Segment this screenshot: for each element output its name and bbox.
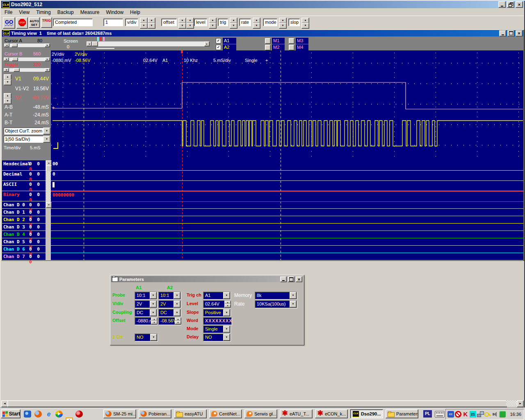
stop-button[interactable]: STOP [16,17,28,29]
task-button-pobieran[interactable]: Pobieran... [139,409,171,418]
rate-spinner[interactable]: ▲▼ [253,18,260,28]
param-offset-a2-field[interactable]: -08.56V▲▼ [158,317,181,325]
network-icon[interactable] [477,411,484,418]
menu-help[interactable]: Help [127,9,144,16]
rate-select[interactable]: 10KSa(100us)▼ [255,300,297,308]
spin-up-icon[interactable]: ▲ [4,74,11,80]
spin-up-icon[interactable]: ▲ [140,18,148,23]
cursor-b-slider[interactable]: ◄► [3,57,50,62]
red-badge-icon[interactable] [75,411,83,418]
spin-down-icon[interactable]: ▼ [253,23,260,29]
temperature-icon[interactable]: 21 [470,411,476,418]
parameters-minimize-button[interactable] [280,276,287,282]
param-level-field[interactable]: 02.64V▲▼ [203,300,231,308]
ccb-icon[interactable]: CC [447,411,454,418]
mode-spinner[interactable]: ▲▼ [279,18,286,28]
spin-up-icon[interactable]: ▲ [186,18,194,23]
speaker-icon[interactable] [492,411,498,418]
param-v/div-a1-select[interactable]: 2V▼ [135,300,157,308]
timing-close-button[interactable]: × [516,30,523,37]
v/div-spinner[interactable]: ▲▼ [140,18,147,28]
offset-spinner[interactable]: ▲▼ [151,317,157,324]
param-offset-a1-field[interactable]: -0880.m▲▼ [135,317,157,325]
timing-minimize-button[interactable] [499,30,506,37]
app-blue-icon[interactable] [24,411,31,418]
param-slope-select[interactable]: Positive▼ [203,309,231,317]
spin-up-icon[interactable]: ▲ [279,18,287,23]
param-delay-select[interactable]: NO▼ [203,333,231,341]
parameters-title-bar[interactable]: Parameters × [111,276,303,282]
param-coupling-a1-select[interactable]: DC▼ [135,309,157,317]
spin-down-icon[interactable]: ▼ [178,23,186,29]
menu-file[interactable]: File [1,9,16,16]
dropdown-icon[interactable]: ▼ [223,309,230,316]
firefox-icon[interactable] [34,411,42,418]
spin-down-icon[interactable]: ▼ [301,23,309,29]
offset-spinner[interactable]: ▲▼ [186,18,193,28]
param-mode-select[interactable]: Single▼ [203,325,231,333]
trig-spinner[interactable]: ▲▼ [230,18,237,28]
m3-check-button[interactable] [289,38,294,44]
m2-check-button[interactable] [265,45,271,50]
mdi-horizontal-scrollbar[interactable]: ◄ ► [1,400,524,406]
spin-down-icon[interactable]: ▼ [209,23,217,29]
task-button-sm25mi[interactable]: SM-25 mi... [103,409,136,418]
task-button-econk[interactable]: ✱eCON_k... [315,409,348,418]
task-button-centinet[interactable]: CentiNet... [209,409,242,418]
v2-spinner[interactable]: ▲▼ [4,93,11,104]
spin-up-icon[interactable]: ▲ [230,18,237,23]
key-icon[interactable] [484,411,491,418]
dropdown-icon[interactable]: ▼ [150,309,157,316]
dropdown-icon[interactable]: ▼ [173,309,180,316]
dropdown-icon[interactable]: ▼ [173,292,180,299]
v/div-spinner[interactable]: ▲▼ [148,18,155,28]
timing-maximize-button[interactable] [507,30,514,37]
spin-down-icon[interactable]: ▼ [140,23,148,29]
param-trig-ch-select[interactable]: A1▼ [203,292,231,299]
task-button-parameters[interactable]: Parameters [386,409,418,418]
task-button-eatut[interactable]: ✱eATU_T... [280,409,313,418]
menu-view[interactable]: View [16,9,33,16]
wmp-icon[interactable] [55,411,63,418]
a2-visible-checkbox[interactable]: ✓ [216,45,221,50]
samples-per-div-select[interactable]: 1(50 Sa/Div)▼ [3,135,51,143]
slop-spinner[interactable]: ▲▼ [301,18,308,28]
menu-measure[interactable]: Measure [77,9,103,16]
level-spinner[interactable]: ▲▼ [224,301,230,307]
spin-down-icon[interactable]: ▼ [4,80,11,85]
offset-spinner[interactable]: ▲▼ [178,18,185,28]
keyboard-icon[interactable] [435,411,445,418]
v1-spinner[interactable]: ▲▼ [4,74,11,85]
dropdown-icon[interactable]: ▼ [223,292,230,299]
task-button-serwisg[interactable]: Serwis gł... [244,409,277,418]
dropdown-icon[interactable]: ▼ [173,301,180,308]
a1-visible-checkbox[interactable]: ✓ [216,38,221,43]
green-utility-icon[interactable] [499,411,506,418]
spin-down-icon[interactable]: ▼ [4,98,11,104]
menu-backup[interactable]: Backup [54,9,77,16]
trig-button[interactable]: TRIG [41,17,52,28]
dropdown-icon[interactable]: ▼ [223,326,230,333]
autoset-button[interactable]: AUTOSET [29,17,40,28]
printer-blocked-icon[interactable] [455,411,461,418]
trigger-slider[interactable]: ◄► [3,68,50,72]
scheduler-icon[interactable] [66,418,73,420]
dropdown-icon[interactable]: ▼ [150,292,157,299]
dropdown-icon[interactable]: ▼ [223,334,230,341]
parameters-maximize-button[interactable] [288,276,294,282]
go-button[interactable]: GO [3,17,15,29]
spin-down-icon[interactable]: ▼ [148,23,155,29]
parameters-close-button[interactable]: × [296,276,302,282]
cursor-a-slider[interactable]: ◄► [4,43,50,48]
one-ch-select[interactable]: NO▼ [135,333,158,341]
ie-icon[interactable]: e [45,411,52,418]
start-button[interactable]: Start [1,409,21,418]
spin-down-icon[interactable]: ▼ [186,23,194,29]
screen-slider[interactable]: ◄► [86,41,210,47]
level-spinner[interactable]: ▲▼ [209,18,216,28]
kaspersky-icon[interactable]: K [462,411,469,418]
menu-window[interactable]: Window [103,9,127,16]
param-probe-a1-select[interactable]: 10:1▼ [135,292,157,299]
spin-up-icon[interactable]: ▲ [148,18,155,23]
param-coupling-a2-select[interactable]: DC▼ [158,309,181,317]
